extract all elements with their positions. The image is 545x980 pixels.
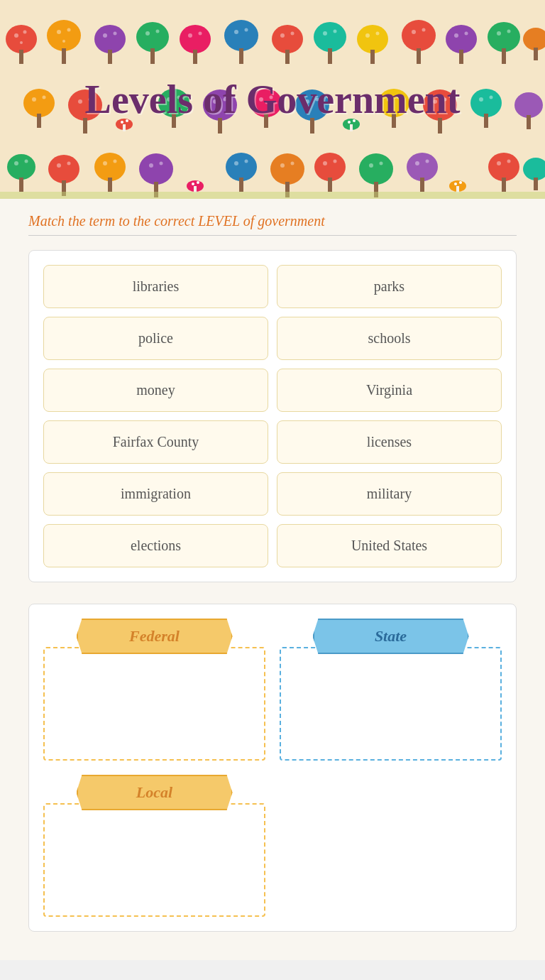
- local-drop-area[interactable]: [43, 803, 265, 917]
- svg-point-20: [188, 33, 192, 38]
- svg-point-40: [412, 30, 416, 34]
- word-card-military[interactable]: military: [277, 472, 502, 516]
- svg-point-101: [25, 160, 28, 163]
- svg-rect-39: [417, 48, 421, 64]
- svg-point-120: [234, 161, 238, 165]
- svg-point-45: [465, 32, 468, 36]
- svg-point-134: [407, 153, 438, 181]
- word-card-fairfax-county[interactable]: Fairfax County: [43, 420, 268, 464]
- word-card-licenses[interactable]: licenses: [277, 420, 502, 464]
- word-card-immigration[interactable]: immigration: [43, 472, 268, 516]
- svg-rect-148: [0, 192, 545, 199]
- svg-point-140: [454, 183, 457, 185]
- svg-rect-99: [19, 178, 23, 192]
- word-card-schools[interactable]: schools: [277, 317, 502, 360]
- svg-point-30: [314, 22, 346, 52]
- svg-point-21: [199, 32, 202, 36]
- svg-point-5: [47, 20, 81, 51]
- svg-rect-93: [484, 114, 488, 128]
- svg-point-122: [270, 153, 304, 185]
- svg-point-54: [32, 97, 36, 102]
- svg-point-58: [78, 99, 82, 104]
- svg-point-46: [488, 22, 520, 52]
- state-drop-area[interactable]: [280, 647, 502, 761]
- instruction-text: Match the term to the correct LEVEL of g…: [28, 213, 517, 236]
- svg-point-29: [291, 32, 294, 36]
- svg-point-104: [57, 163, 61, 168]
- svg-point-12: [103, 33, 107, 38]
- svg-point-146: [523, 158, 545, 180]
- drop-zones-container: Federal State Local: [28, 604, 517, 932]
- svg-rect-6: [62, 48, 66, 64]
- svg-point-0: [6, 25, 37, 53]
- svg-point-41: [422, 28, 426, 32]
- word-bank: libraries parks police schools money Vir…: [28, 250, 517, 582]
- word-card-parks[interactable]: parks: [277, 265, 502, 308]
- word-card-money[interactable]: money: [43, 369, 268, 412]
- svg-point-9: [62, 40, 65, 43]
- state-banner: State: [313, 619, 469, 654]
- svg-point-25: [245, 28, 248, 32]
- svg-rect-61: [123, 124, 126, 131]
- svg-point-38: [402, 20, 436, 51]
- svg-point-8: [67, 28, 71, 32]
- svg-rect-15: [150, 48, 155, 64]
- svg-rect-53: [37, 114, 41, 128]
- svg-point-24: [234, 30, 238, 34]
- svg-point-36: [365, 33, 370, 38]
- svg-point-10: [94, 25, 126, 53]
- svg-point-133: [380, 162, 383, 165]
- svg-point-26: [272, 25, 303, 53]
- svg-point-55: [43, 96, 46, 99]
- svg-rect-81: [350, 124, 353, 131]
- svg-point-108: [103, 161, 107, 165]
- word-card-virginia[interactable]: Virginia: [277, 369, 502, 412]
- svg-point-128: [323, 161, 327, 165]
- svg-point-144: [497, 161, 501, 165]
- svg-point-105: [67, 162, 71, 165]
- local-zone-container: Local: [43, 775, 265, 917]
- svg-point-34: [357, 25, 388, 53]
- svg-point-17: [156, 30, 160, 33]
- word-card-united-states[interactable]: United States: [277, 524, 502, 567]
- svg-rect-1: [19, 50, 23, 64]
- svg-point-50: [523, 28, 545, 50]
- svg-point-130: [359, 153, 393, 185]
- word-card-libraries[interactable]: libraries: [43, 265, 268, 308]
- svg-rect-107: [108, 178, 112, 192]
- svg-point-44: [454, 33, 458, 38]
- federal-drop-area[interactable]: [43, 647, 265, 761]
- svg-point-142: [488, 153, 519, 181]
- svg-rect-51: [534, 48, 538, 60]
- svg-point-32: [323, 31, 327, 36]
- svg-point-100: [14, 161, 18, 165]
- svg-point-37: [376, 32, 380, 36]
- svg-point-102: [48, 155, 79, 183]
- federal-zone-container: Federal: [43, 619, 265, 761]
- svg-point-2: [14, 33, 18, 38]
- word-card-elections[interactable]: elections: [43, 524, 268, 567]
- svg-point-98: [7, 154, 35, 180]
- svg-point-112: [149, 163, 153, 168]
- svg-point-121: [245, 160, 248, 163]
- svg-point-49: [507, 30, 511, 33]
- svg-point-48: [497, 31, 501, 36]
- svg-rect-143: [502, 178, 506, 192]
- svg-rect-35: [370, 50, 375, 64]
- svg-point-13: [114, 32, 117, 36]
- svg-point-94: [479, 97, 483, 102]
- svg-point-109: [114, 160, 117, 163]
- word-card-police[interactable]: police: [43, 317, 268, 360]
- svg-point-7: [57, 30, 61, 34]
- svg-point-3: [23, 31, 27, 34]
- main-content: Match the term to the correct LEVEL of g…: [0, 199, 545, 960]
- svg-rect-127: [328, 178, 332, 192]
- svg-point-116: [192, 183, 194, 185]
- svg-point-113: [160, 162, 163, 165]
- svg-rect-11: [108, 50, 112, 64]
- svg-point-125: [291, 162, 294, 165]
- svg-point-22: [224, 20, 258, 51]
- svg-point-137: [426, 160, 429, 163]
- svg-point-33: [334, 30, 337, 33]
- word-grid: libraries parks police schools money Vir…: [43, 265, 502, 567]
